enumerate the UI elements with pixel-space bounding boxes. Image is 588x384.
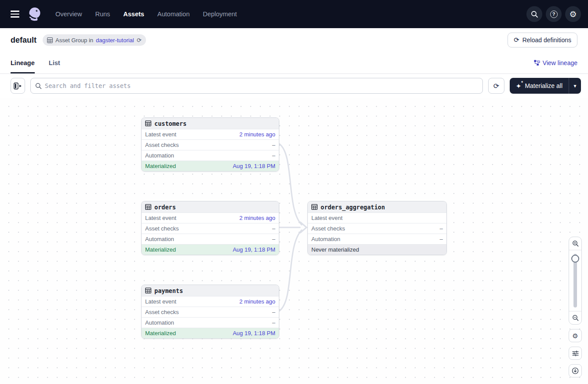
tab-list[interactable]: List bbox=[49, 52, 60, 73]
asset-search-box bbox=[30, 78, 483, 94]
asset-row-automation: Automation– bbox=[142, 317, 279, 328]
asset-row-automation: Automation– bbox=[142, 234, 279, 244]
asset-row-asset-checks: Asset checks– bbox=[142, 223, 279, 234]
refresh-icon[interactable]: ⟳ bbox=[137, 37, 142, 44]
asset-name: customers bbox=[154, 120, 186, 127]
zoom-in-icon bbox=[572, 240, 579, 247]
reload-definitions-label: Reload definitions bbox=[522, 37, 571, 44]
asset-row-asset-checks: Asset checks– bbox=[308, 223, 446, 234]
materialize-all-button[interactable]: ✦ Materialize all bbox=[510, 78, 569, 94]
search-icon bbox=[35, 83, 42, 89]
zoom-slider-handle[interactable] bbox=[571, 255, 579, 263]
status-timestamp[interactable]: Aug 19, 1:18 PM bbox=[233, 330, 275, 336]
row-label: Asset checks bbox=[311, 225, 345, 232]
graph-settings-button[interactable]: ⚙ bbox=[569, 329, 582, 342]
asset-node-header[interactable]: customers bbox=[142, 118, 279, 129]
asset-search-input[interactable] bbox=[45, 82, 478, 89]
status-timestamp[interactable]: Aug 19, 1:18 PM bbox=[233, 163, 275, 169]
row-label: Automation bbox=[145, 152, 174, 159]
row-label: Automation bbox=[145, 319, 174, 326]
badge-prefix: Asset Group in bbox=[55, 37, 93, 44]
row-label: Automation bbox=[311, 236, 340, 242]
lineage-toolbar: ⟳ ✦ Materialize all ▼ bbox=[0, 74, 588, 98]
help-icon: ? bbox=[550, 11, 558, 18]
status-timestamp[interactable]: Aug 19, 1:18 PM bbox=[233, 246, 275, 253]
asset-node-header[interactable]: orders bbox=[142, 201, 279, 212]
edge-payments-to-orders-aggregation bbox=[279, 230, 302, 311]
zoom-out-button[interactable] bbox=[569, 311, 581, 324]
lineage-edges bbox=[0, 98, 588, 384]
help-button[interactable]: ? bbox=[546, 6, 562, 22]
edge-arrowhead bbox=[300, 222, 307, 233]
asset-node-header[interactable]: orders_aggregation bbox=[308, 201, 446, 212]
search-button[interactable] bbox=[526, 6, 542, 22]
row-label: Asset checks bbox=[145, 225, 179, 232]
panel-expand-icon bbox=[14, 82, 22, 90]
hamburger-menu-icon[interactable] bbox=[7, 6, 23, 22]
nav-item-deployment[interactable]: Deployment bbox=[203, 11, 237, 18]
table-icon bbox=[145, 204, 151, 210]
asset-row-latest-event: Latest event2 minutes ago bbox=[142, 129, 279, 139]
dagster-logo[interactable] bbox=[26, 6, 43, 22]
sparkle-icon: ✦ bbox=[516, 83, 522, 89]
asset-row-automation: Automation– bbox=[308, 234, 446, 244]
zoom-panel bbox=[569, 237, 582, 325]
expand-sidebar-button[interactable] bbox=[11, 78, 25, 94]
materialize-split-button: ✦ Materialize all ▼ bbox=[510, 78, 581, 94]
edge-customers-to-orders-aggregation bbox=[279, 144, 302, 225]
asset-row-latest-event: Latest event2 minutes ago bbox=[142, 296, 279, 307]
row-label: Latest event bbox=[145, 298, 176, 305]
asset-name: orders bbox=[154, 204, 176, 211]
row-value[interactable]: 2 minutes ago bbox=[239, 131, 275, 138]
row-value: – bbox=[272, 236, 275, 242]
row-value: – bbox=[272, 225, 275, 232]
asset-node-payments[interactable]: paymentsLatest event2 minutes agoAsset c… bbox=[141, 285, 279, 339]
navbar-actions: ? ⚙ bbox=[526, 6, 581, 22]
gear-icon: ⚙ bbox=[569, 10, 577, 18]
row-value[interactable]: 2 minutes ago bbox=[239, 215, 275, 221]
gear-icon: ⚙ bbox=[572, 333, 578, 339]
reload-definitions-button[interactable]: ⟳ Reload definitions bbox=[508, 33, 577, 48]
asset-group-badge: Asset Group in dagster-tutorial ⟳ bbox=[43, 34, 146, 46]
materialize-options-caret[interactable]: ▼ bbox=[569, 78, 581, 94]
row-value: – bbox=[272, 319, 275, 326]
asset-node-orders[interactable]: ordersLatest event2 minutes agoAsset che… bbox=[141, 201, 279, 255]
tab-lineage[interactable]: Lineage bbox=[11, 52, 35, 73]
asset-row-automation: Automation– bbox=[142, 150, 279, 161]
asset-row-latest-event: Latest event bbox=[308, 212, 446, 223]
row-value: – bbox=[272, 152, 275, 159]
asset-node-customers[interactable]: customersLatest event2 minutes agoAsset … bbox=[141, 117, 279, 172]
row-label: Latest event bbox=[145, 131, 176, 138]
asset-node-orders_aggregation[interactable]: orders_aggregationLatest eventAsset chec… bbox=[307, 201, 447, 255]
zoom-in-button[interactable] bbox=[569, 237, 581, 250]
recenter-icon bbox=[572, 367, 579, 374]
row-value: – bbox=[272, 309, 275, 315]
asset-name: orders_aggregation bbox=[321, 204, 385, 211]
zoom-slider[interactable] bbox=[569, 250, 581, 311]
row-value: – bbox=[272, 142, 275, 148]
reload-icon: ⟳ bbox=[514, 36, 519, 44]
table-icon bbox=[47, 37, 53, 43]
asset-status-row: MaterializedAug 19, 1:18 PM bbox=[142, 244, 279, 255]
table-icon bbox=[145, 288, 151, 293]
row-value[interactable]: 2 minutes ago bbox=[239, 298, 275, 305]
row-label: Latest event bbox=[145, 215, 176, 221]
asset-node-header[interactable]: payments bbox=[142, 285, 279, 296]
nav-item-assets[interactable]: Assets bbox=[123, 11, 144, 18]
settings-button[interactable]: ⚙ bbox=[565, 6, 581, 22]
status-label: Materialized bbox=[145, 163, 176, 169]
nav-item-overview[interactable]: Overview bbox=[55, 11, 82, 18]
page-title: default bbox=[11, 36, 37, 45]
nav-item-runs[interactable]: Runs bbox=[95, 11, 110, 18]
graph-filters-button[interactable] bbox=[569, 347, 582, 360]
status-label: Materialized bbox=[145, 246, 176, 253]
row-value: – bbox=[440, 236, 443, 242]
lineage-canvas[interactable]: customersLatest event2 minutes agoAsset … bbox=[0, 98, 588, 384]
nav-item-automation[interactable]: Automation bbox=[157, 11, 190, 18]
refresh-assets-button[interactable]: ⟳ bbox=[488, 78, 504, 94]
recenter-button[interactable] bbox=[569, 364, 582, 377]
code-location-link[interactable]: dagster-tutorial bbox=[96, 37, 134, 44]
asset-status-row: MaterializedAug 19, 1:18 PM bbox=[142, 161, 279, 171]
table-icon bbox=[145, 121, 151, 126]
view-lineage-link[interactable]: View lineage bbox=[534, 52, 577, 73]
